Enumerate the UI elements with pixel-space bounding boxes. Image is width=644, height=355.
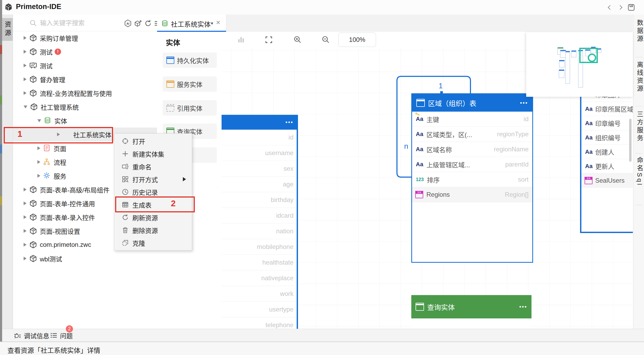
entity-field-row[interactable]: Aa主键id <box>412 112 532 127</box>
chevron-right-icon[interactable] <box>24 50 27 54</box>
chevron-right-icon[interactable] <box>24 64 27 67</box>
menu-item-3[interactable]: 重命名 <box>114 160 192 173</box>
menu-item-1[interactable]: 打开 <box>114 135 192 147</box>
query-entity-header[interactable]: 查询实体 ••• <box>411 295 531 318</box>
entity-field-row[interactable]: RegionsRegion[] <box>412 187 532 202</box>
entity-field-row[interactable]: Aa创建人 <box>581 145 633 159</box>
entity-field-row[interactable]: Aa更新人 <box>581 159 633 173</box>
field-label: 排序 <box>427 175 440 184</box>
palette-item-2[interactable]: 服务实体 <box>163 76 217 92</box>
entity-field-row[interactable]: 123排序sort <box>412 172 532 187</box>
zoom-out-icon[interactable] <box>322 36 330 44</box>
tree-item-7[interactable]: 实体 <box>13 114 157 128</box>
save-icon[interactable] <box>627 3 635 11</box>
menu-item-5[interactable]: 历史记录 <box>114 186 192 198</box>
rail-tab-datasource[interactable]: 数据源 <box>633 19 644 43</box>
debug-info-button[interactable]: 调试信息 <box>14 329 49 342</box>
seal-entity-table[interactable]: Aa印章图片Aa印章所属区域Aa印章编号Aa组织编号Aa创建人Aa更新人Seal… <box>580 87 633 233</box>
minimap[interactable] <box>526 32 633 97</box>
tree-item-3[interactable]: 测试 <box>13 59 157 72</box>
rail-tab-offline-resources[interactable]: 离线资源 <box>633 61 644 93</box>
menu-item-6[interactable]: 生成表 <box>114 198 192 211</box>
entity-field-row[interactable]: Aa区域名称regionName <box>412 142 532 157</box>
tree-item-1[interactable]: 采购订单管理 <box>13 31 157 45</box>
new-model-icon[interactable] <box>134 19 142 27</box>
forward-icon[interactable] <box>617 3 625 11</box>
users-entity-table[interactable]: ••• idusernamesexagebirthdayidcardnation… <box>222 115 298 329</box>
menu-item-9[interactable]: 克隆 <box>114 236 192 249</box>
rail-tab-named-sql[interactable]: 命名Sql <box>633 157 644 187</box>
editor-tab-bar <box>157 15 633 32</box>
entity-field-row[interactable]: Aa印章编号 <box>581 116 633 130</box>
users-entity-header[interactable]: ••• <box>222 115 298 130</box>
field-type: age <box>283 181 293 188</box>
tab-close-icon[interactable]: × <box>216 18 220 27</box>
entity-field-row[interactable]: sex <box>222 161 298 177</box>
back-icon[interactable] <box>606 3 613 11</box>
chevron-right-icon[interactable] <box>24 188 27 191</box>
chevron-right-icon[interactable] <box>24 257 27 260</box>
tree-item-17[interactable]: wbl测试 <box>13 252 157 265</box>
chart-icon[interactable] <box>237 36 245 44</box>
minimap-viewport-handle[interactable] <box>588 54 596 62</box>
chevron-right-icon[interactable] <box>37 174 40 178</box>
tree-item-6[interactable]: 社工管理系统 <box>13 100 157 114</box>
rail-tab-third-party-services[interactable]: 三方服务 <box>633 111 644 143</box>
chevron-down-icon[interactable] <box>24 106 27 108</box>
entity-field-row[interactable]: nativeplace <box>222 270 298 286</box>
chevron-right-icon[interactable] <box>24 229 27 233</box>
chevron-right-icon[interactable] <box>24 77 27 81</box>
entity-field-row[interactable]: nation <box>222 223 298 239</box>
search-input[interactable] <box>40 18 107 28</box>
entity-field-row[interactable]: usertype <box>222 302 298 317</box>
region-entity-table[interactable]: 区域（组织）表 ••• Aa主键idAa区域类型，区(...regionType… <box>411 93 533 263</box>
entity-field-row[interactable]: birthday <box>222 192 298 208</box>
entity-field-row[interactable]: Aa区域类型，区(...regionType <box>412 127 532 142</box>
chevron-right-icon[interactable] <box>37 146 40 150</box>
chevron-down-icon[interactable] <box>37 119 41 122</box>
entity-field-row[interactable]: idcard <box>222 208 298 223</box>
menu-item-2[interactable]: 新建实体集 <box>114 147 192 160</box>
resources-rail-tab[interactable]: 资源 <box>2 18 13 41</box>
chevron-right-icon[interactable] <box>24 36 27 40</box>
query-entity-table[interactable]: 查询实体 ••• <box>411 295 531 329</box>
chevron-right-icon[interactable] <box>24 201 27 205</box>
tree-item-5[interactable]: 流程-业务流程配置与使用 <box>13 86 157 100</box>
entity-field-row[interactable]: work <box>222 286 298 302</box>
palette-item-3[interactable]: 引用实体 <box>163 100 217 116</box>
entity-field-row[interactable]: mobilephone <box>222 239 298 255</box>
palette-item-1[interactable]: 持久化实体 <box>163 52 217 68</box>
text-field-icon: Aa <box>416 146 423 153</box>
zoom-level-button[interactable]: 100% <box>338 33 376 47</box>
entity-menu-icon[interactable]: ••• <box>286 119 293 125</box>
region-entity-header[interactable]: 区域（组织）表 ••• <box>412 94 532 112</box>
entity-field-row[interactable]: id <box>222 130 298 145</box>
entity-field-row[interactable]: SealUsers <box>581 173 633 188</box>
chevron-right-icon[interactable] <box>24 243 27 247</box>
tree-item-2[interactable]: 测试! <box>13 45 157 59</box>
menu-item-8[interactable]: 删除资源 <box>114 224 192 236</box>
zoom-in-icon[interactable] <box>294 36 302 44</box>
chevron-right-icon[interactable] <box>37 160 40 164</box>
entity-field-row[interactable]: Aa组织编号 <box>581 130 633 145</box>
fullscreen-icon[interactable] <box>265 36 273 44</box>
canvas-vertical-scrollbar[interactable] <box>629 119 632 162</box>
ai-assistant-icon[interactable]: AI <box>124 19 132 27</box>
entity-field-row[interactable]: Aa印章所属区域 <box>581 102 633 116</box>
entity-field-row[interactable]: Aa上级管辖区域...parentId <box>412 157 532 172</box>
entity-field-row[interactable]: username <box>222 145 298 161</box>
chevron-right-icon[interactable] <box>24 91 27 95</box>
chevron-right-icon[interactable] <box>24 215 27 219</box>
entity-menu-icon[interactable]: ••• <box>520 100 528 106</box>
menu-item-4[interactable]: 打开方式 <box>114 173 192 186</box>
entity-field-row[interactable]: telephone <box>222 317 298 329</box>
chevron-right-icon[interactable] <box>57 133 60 136</box>
entity-field-row[interactable]: age <box>222 177 298 192</box>
tree-item-4[interactable]: 督办管理 <box>13 72 157 86</box>
refresh-icon[interactable] <box>144 19 152 27</box>
palette-title: 实体 <box>166 37 180 47</box>
menu-item-7[interactable]: 刷新资源 <box>114 211 192 224</box>
entity-menu-icon[interactable]: ••• <box>519 304 527 310</box>
entity-field-row[interactable]: healthstate <box>222 255 298 270</box>
tab-shegong-entity[interactable]: 社工系统实体* × <box>157 15 226 32</box>
